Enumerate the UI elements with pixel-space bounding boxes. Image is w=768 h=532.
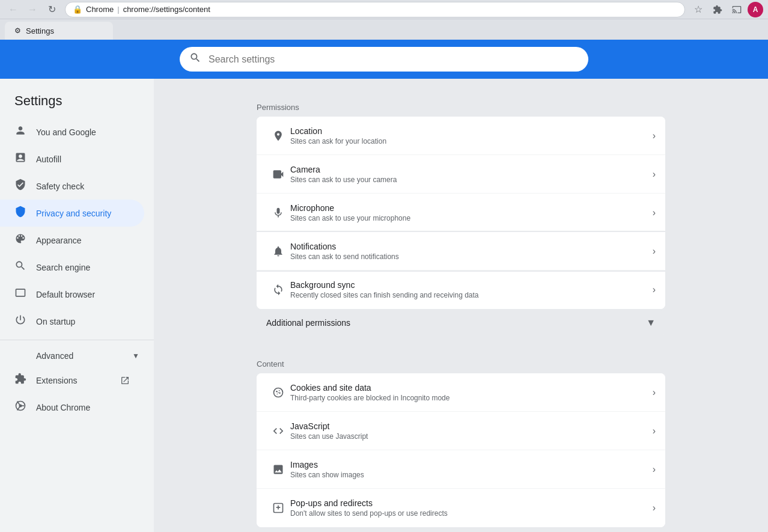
- microphone-subtitle: Sites can ask to use your microphone: [290, 214, 653, 222]
- additional-permissions-arrow-icon: ▼: [646, 317, 656, 328]
- safety-check-icon: [14, 179, 26, 194]
- popups-text: Pop-ups and redirects Don't allow sites …: [290, 496, 653, 520]
- popups-subtitle: Don't allow sites to send pop-ups or use…: [290, 509, 653, 518]
- cookies-arrow-icon: ›: [653, 387, 656, 398]
- images-row[interactable]: Images Sites can show images ›: [257, 450, 665, 489]
- sidebar-item-appearance[interactable]: Appearance: [0, 227, 144, 254]
- sidebar-item-safety-check[interactable]: Safety check: [0, 173, 144, 200]
- location-icon: [266, 130, 290, 142]
- main-content: Permissions Location Sites can ask for y…: [154, 79, 768, 532]
- sidebar: Settings You and Google Autofill: [0, 79, 154, 532]
- notifications-arrow-icon: ›: [653, 246, 656, 257]
- media-router-button[interactable]: [728, 1, 745, 18]
- javascript-title: JavaScript: [290, 421, 653, 431]
- microphone-arrow-icon: ›: [653, 207, 656, 218]
- javascript-row[interactable]: JavaScript Sites can use Javascript ›: [257, 412, 665, 450]
- appearance-icon: [14, 233, 26, 248]
- svg-point-5: [279, 392, 281, 394]
- content-card: Cookies and site data Third-party cookie…: [257, 373, 665, 527]
- svg-point-3: [276, 391, 278, 393]
- address-bar[interactable]: 🔒 Chrome | chrome://settings/content: [65, 2, 685, 17]
- you-and-google-label: You and Google: [36, 127, 96, 137]
- javascript-subtitle: Sites can use Javascript: [290, 432, 653, 441]
- forward-button[interactable]: →: [24, 1, 41, 18]
- search-engine-label: Search engine: [36, 263, 90, 272]
- app: Settings You and Google Autofill: [0, 40, 768, 532]
- camera-subtitle: Sites can ask to use your camera: [290, 176, 653, 184]
- nav-buttons: ← → ↻: [5, 1, 60, 18]
- popups-row[interactable]: Pop-ups and redirects Don't allow sites …: [257, 489, 665, 527]
- svg-point-1: [19, 405, 22, 408]
- safety-check-label: Safety check: [36, 182, 84, 191]
- background-sync-text: Background sync Recently closed sites ca…: [290, 278, 653, 302]
- cookies-icon: [266, 387, 290, 399]
- permissions-section-header: Permissions: [257, 93, 665, 117]
- svg-point-4: [279, 390, 280, 391]
- secure-icon: 🔒: [73, 5, 82, 14]
- location-subtitle: Sites can ask for your location: [290, 137, 653, 145]
- microphone-row[interactable]: Microphone Sites can ask to use your mic…: [257, 194, 665, 232]
- address-url: chrome://settings/content: [123, 5, 210, 14]
- images-arrow-icon: ›: [653, 464, 656, 475]
- cookies-text: Cookies and site data Third-party cookie…: [290, 381, 653, 405]
- images-icon: [266, 463, 290, 475]
- notifications-subtitle: Sites can ask to send notifications: [290, 252, 653, 261]
- reload-button[interactable]: ↻: [43, 1, 60, 18]
- extensions-external-link[interactable]: [120, 376, 130, 385]
- star-button[interactable]: ☆: [690, 1, 707, 18]
- search-bar: [0, 40, 768, 79]
- autofill-label: Autofill: [36, 154, 61, 164]
- extensions-button[interactable]: [709, 1, 726, 18]
- address-separator: |: [117, 5, 119, 14]
- advanced-label: Advanced: [36, 351, 73, 361]
- location-row[interactable]: Location Sites can ask for your location…: [257, 117, 665, 155]
- microphone-icon: [266, 207, 290, 219]
- images-title: Images: [290, 460, 653, 469]
- permissions-card: Location Sites can ask for your location…: [257, 117, 665, 309]
- sidebar-item-extensions[interactable]: Extensions: [0, 367, 144, 394]
- content-section-header: Content: [257, 350, 665, 373]
- toolbar-icons: ☆ A: [690, 1, 763, 18]
- sidebar-item-default-browser[interactable]: Default browser: [0, 281, 144, 308]
- sidebar-item-about-chrome[interactable]: About Chrome: [0, 394, 144, 421]
- settings-tab[interactable]: ⚙ Settings: [5, 22, 113, 40]
- additional-permissions-header[interactable]: Additional permissions ▼: [257, 310, 665, 335]
- autofill-icon: [14, 151, 26, 167]
- javascript-arrow-icon: ›: [653, 426, 656, 436]
- images-text: Images Sites can show images: [290, 457, 653, 482]
- camera-arrow-icon: ›: [653, 169, 656, 180]
- search-box: [180, 47, 588, 72]
- privacy-icon: [14, 206, 26, 221]
- sidebar-advanced[interactable]: Advanced ▼: [0, 345, 154, 367]
- person-icon: [14, 124, 26, 139]
- cookies-row[interactable]: Cookies and site data Third-party cookie…: [257, 373, 665, 412]
- camera-text: Camera Sites can ask to use your camera: [290, 162, 653, 186]
- extensions-label: Extensions: [36, 376, 77, 385]
- advanced-arrow-icon: ▼: [132, 352, 139, 360]
- sidebar-item-search-engine[interactable]: Search engine: [0, 254, 144, 281]
- background-sync-arrow-icon: ›: [653, 284, 656, 295]
- location-text: Location Sites can ask for your location: [290, 124, 653, 148]
- on-startup-label: On startup: [36, 317, 75, 326]
- search-input[interactable]: [209, 54, 579, 65]
- default-browser-icon: [14, 287, 26, 302]
- search-icon: [189, 52, 201, 67]
- background-sync-row[interactable]: Background sync Recently closed sites ca…: [257, 271, 665, 309]
- notifications-row[interactable]: Notifications Sites can ask to send noti…: [257, 232, 665, 271]
- settings-panel: Permissions Location Sites can ask for y…: [257, 79, 665, 532]
- additional-content-header[interactable]: Additional content settings ▼: [257, 528, 665, 532]
- camera-title: Camera: [290, 165, 653, 174]
- sidebar-item-privacy-security[interactable]: Privacy and security: [0, 200, 144, 227]
- avatar[interactable]: A: [748, 2, 763, 17]
- back-button[interactable]: ←: [5, 1, 22, 18]
- sidebar-item-you-and-google[interactable]: You and Google: [0, 118, 144, 145]
- notifications-icon: [266, 245, 290, 257]
- tab-label: Settings: [26, 26, 54, 35]
- sidebar-title: Settings: [0, 84, 154, 118]
- javascript-text: JavaScript Sites can use Javascript: [290, 419, 653, 443]
- sidebar-item-autofill[interactable]: Autofill: [0, 145, 144, 173]
- sidebar-item-on-startup[interactable]: On startup: [0, 308, 144, 335]
- about-chrome-label: About Chrome: [36, 403, 90, 412]
- search-engine-icon: [14, 260, 26, 275]
- camera-row[interactable]: Camera Sites can ask to use your camera …: [257, 155, 665, 194]
